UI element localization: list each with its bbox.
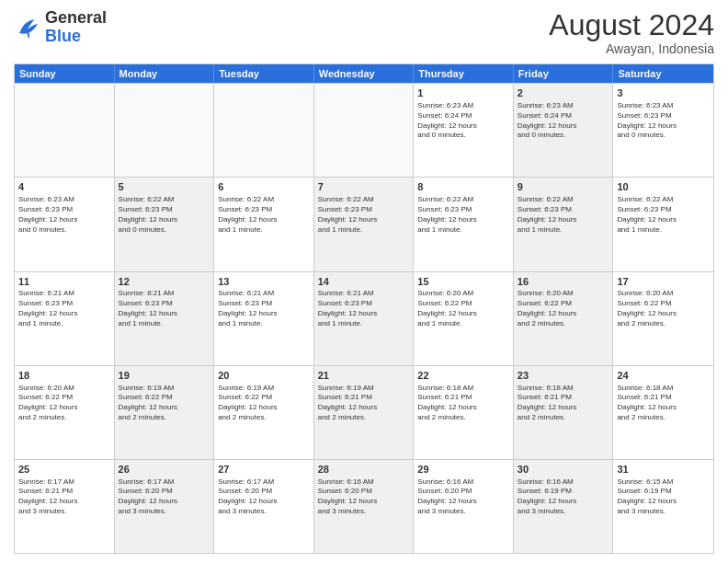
day-number: 9 [518,180,609,194]
day-number: 1 [417,86,509,100]
calendar-header: SundayMondayTuesdayWednesdayThursdayFrid… [15,64,713,83]
page: General Blue August 2024 Awayan, Indones… [0,0,728,563]
day-cell-16: 16Sunrise: 6:20 AMSunset: 6:22 PMDayligh… [514,272,614,365]
day-cell-25: 25Sunrise: 6:17 AMSunset: 6:21 PMDayligh… [15,460,115,553]
day-info: Sunrise: 6:21 AMSunset: 6:23 PMDaylight:… [119,289,210,328]
day-number: 30 [518,463,609,477]
day-cell-28: 28Sunrise: 6:16 AMSunset: 6:20 PMDayligh… [314,460,415,553]
day-cell-12: 12Sunrise: 6:21 AMSunset: 6:23 PMDayligh… [115,272,215,365]
day-info: Sunrise: 6:23 AMSunset: 6:24 PMDaylight:… [518,101,609,141]
day-info: Sunrise: 6:19 AMSunset: 6:22 PMDaylight:… [218,384,310,423]
day-cell-30: 30Sunrise: 6:16 AMSunset: 6:19 PMDayligh… [514,460,614,553]
day-number: 22 [417,369,509,383]
day-number: 27 [218,463,310,477]
header-day-saturday: Saturday [613,64,713,83]
day-number: 14 [318,275,410,289]
day-number: 5 [119,180,210,194]
calendar-row-1: 1Sunrise: 6:23 AMSunset: 6:24 PMDaylight… [15,83,713,177]
day-cell-1: 1Sunrise: 6:23 AMSunset: 6:24 PMDaylight… [414,84,514,177]
calendar-row-5: 25Sunrise: 6:17 AMSunset: 6:21 PMDayligh… [15,459,713,553]
day-cell-17: 17Sunrise: 6:20 AMSunset: 6:22 PMDayligh… [613,272,713,365]
day-info: Sunrise: 6:22 AMSunset: 6:23 PMDaylight:… [518,195,609,235]
day-info: Sunrise: 6:21 AMSunset: 6:23 PMDaylight:… [318,289,410,328]
header-day-thursday: Thursday [414,64,514,83]
day-info: Sunrise: 6:21 AMSunset: 6:23 PMDaylight:… [18,289,110,328]
day-number: 23 [518,369,609,383]
day-number: 2 [518,86,609,100]
day-number: 25 [18,463,110,477]
day-info: Sunrise: 6:22 AMSunset: 6:23 PMDaylight:… [417,195,509,235]
day-info: Sunrise: 6:17 AMSunset: 6:21 PMDaylight:… [18,477,110,517]
logo-general: General [45,9,107,28]
day-cell-14: 14Sunrise: 6:21 AMSunset: 6:23 PMDayligh… [314,272,415,365]
location: Awayan, Indonesia [549,41,714,56]
day-number: 18 [18,369,110,383]
empty-cell [214,84,314,177]
header-day-tuesday: Tuesday [214,64,314,83]
day-number: 16 [518,275,609,289]
header-day-friday: Friday [514,64,614,83]
day-cell-21: 21Sunrise: 6:19 AMSunset: 6:21 PMDayligh… [314,366,415,459]
logo-bird-icon [14,14,41,41]
calendar-body: 1Sunrise: 6:23 AMSunset: 6:24 PMDaylight… [15,83,713,553]
day-number: 24 [617,369,710,383]
day-cell-18: 18Sunrise: 6:20 AMSunset: 6:22 PMDayligh… [15,366,115,459]
day-number: 6 [218,180,310,194]
day-cell-6: 6Sunrise: 6:22 AMSunset: 6:23 PMDaylight… [214,178,314,270]
day-number: 12 [119,275,210,289]
header-day-wednesday: Wednesday [314,64,415,83]
day-info: Sunrise: 6:20 AMSunset: 6:22 PMDaylight:… [417,289,509,328]
day-number: 29 [417,463,509,477]
day-cell-24: 24Sunrise: 6:18 AMSunset: 6:21 PMDayligh… [613,366,713,459]
day-cell-9: 9Sunrise: 6:22 AMSunset: 6:23 PMDaylight… [514,178,614,270]
day-info: Sunrise: 6:23 AMSunset: 6:23 PMDaylight:… [18,195,110,235]
day-number: 8 [417,180,509,194]
day-info: Sunrise: 6:19 AMSunset: 6:22 PMDaylight:… [119,384,210,423]
day-number: 13 [218,275,310,289]
empty-cell [314,84,415,177]
day-number: 4 [18,180,110,194]
day-info: Sunrise: 6:18 AMSunset: 6:21 PMDaylight:… [518,384,609,423]
day-info: Sunrise: 6:22 AMSunset: 6:23 PMDaylight:… [318,195,410,235]
day-info: Sunrise: 6:23 AMSunset: 6:24 PMDaylight:… [417,101,509,141]
day-info: Sunrise: 6:17 AMSunset: 6:20 PMDaylight:… [119,477,210,517]
day-number: 28 [318,463,410,477]
logo-text: General Blue [45,9,107,46]
day-cell-29: 29Sunrise: 6:16 AMSunset: 6:20 PMDayligh… [414,460,514,553]
day-cell-27: 27Sunrise: 6:17 AMSunset: 6:20 PMDayligh… [214,460,314,553]
day-info: Sunrise: 6:20 AMSunset: 6:22 PMDaylight:… [518,289,609,328]
day-cell-19: 19Sunrise: 6:19 AMSunset: 6:22 PMDayligh… [115,366,215,459]
title-block: August 2024 Awayan, Indonesia [549,9,714,56]
day-cell-11: 11Sunrise: 6:21 AMSunset: 6:23 PMDayligh… [15,272,115,365]
day-number: 7 [318,180,410,194]
day-number: 20 [218,369,310,383]
day-info: Sunrise: 6:18 AMSunset: 6:21 PMDaylight:… [617,384,710,423]
day-number: 3 [617,86,710,100]
day-info: Sunrise: 6:15 AMSunset: 6:19 PMDaylight:… [617,477,710,517]
day-cell-15: 15Sunrise: 6:20 AMSunset: 6:22 PMDayligh… [414,272,514,365]
calendar-row-4: 18Sunrise: 6:20 AMSunset: 6:22 PMDayligh… [15,365,713,459]
header-day-monday: Monday [115,64,215,83]
empty-cell [115,84,215,177]
empty-cell [15,84,115,177]
day-number: 11 [18,275,110,289]
day-info: Sunrise: 6:19 AMSunset: 6:21 PMDaylight:… [318,384,410,423]
day-info: Sunrise: 6:16 AMSunset: 6:20 PMDaylight:… [318,477,410,517]
day-cell-10: 10Sunrise: 6:22 AMSunset: 6:23 PMDayligh… [613,178,713,270]
day-info: Sunrise: 6:18 AMSunset: 6:21 PMDaylight:… [417,384,509,423]
calendar-row-3: 11Sunrise: 6:21 AMSunset: 6:23 PMDayligh… [15,271,713,365]
day-cell-4: 4Sunrise: 6:23 AMSunset: 6:23 PMDaylight… [15,178,115,270]
calendar: SundayMondayTuesdayWednesdayThursdayFrid… [14,63,714,554]
calendar-row-2: 4Sunrise: 6:23 AMSunset: 6:23 PMDaylight… [15,177,713,270]
logo: General Blue [14,9,107,46]
day-number: 31 [617,463,710,477]
day-info: Sunrise: 6:22 AMSunset: 6:23 PMDaylight:… [119,195,210,235]
day-cell-20: 20Sunrise: 6:19 AMSunset: 6:22 PMDayligh… [214,366,314,459]
day-cell-26: 26Sunrise: 6:17 AMSunset: 6:20 PMDayligh… [115,460,215,553]
day-number: 26 [119,463,210,477]
day-cell-22: 22Sunrise: 6:18 AMSunset: 6:21 PMDayligh… [414,366,514,459]
day-cell-5: 5Sunrise: 6:22 AMSunset: 6:23 PMDaylight… [115,178,215,270]
day-number: 21 [318,369,410,383]
day-number: 10 [617,180,710,194]
day-info: Sunrise: 6:16 AMSunset: 6:19 PMDaylight:… [518,477,609,517]
